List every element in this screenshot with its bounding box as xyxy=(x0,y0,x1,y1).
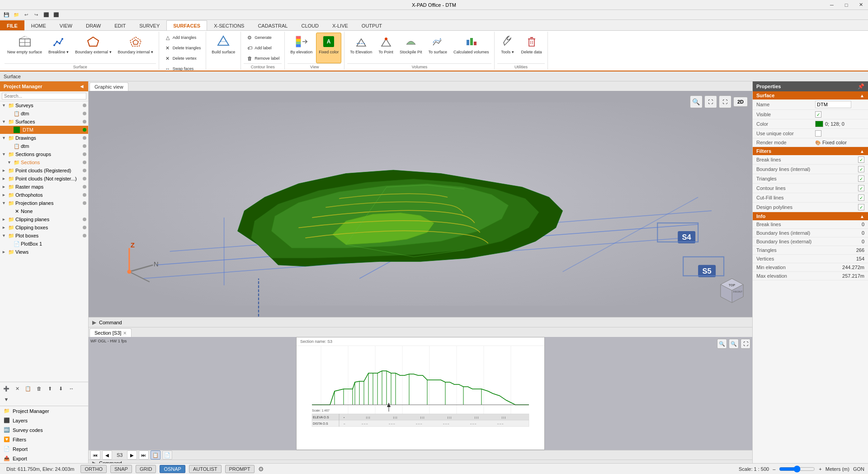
info-section-header[interactable]: Info ▲ xyxy=(753,212,868,220)
tab-draw[interactable]: DRAW xyxy=(79,20,108,30)
pm-copy-btn[interactable]: 📋 xyxy=(24,384,33,393)
pm-extra-project-manager[interactable]: 📁 Project Manager xyxy=(0,406,88,416)
sidebar-item-point-clouds-noreg[interactable]: ► 📁 Point clouds (Not register...) xyxy=(0,175,88,183)
delete-vertex-button[interactable]: ✕ Delete vertex xyxy=(162,53,203,63)
pm-extra-export[interactable]: 📤 Export xyxy=(0,454,88,463)
pm-search-input[interactable] xyxy=(2,93,86,100)
section-zoom-in[interactable]: 🔍 xyxy=(717,339,727,349)
pm-down-btn[interactable]: ⬇ xyxy=(56,384,65,393)
qa-undo[interactable]: ↩ xyxy=(22,11,31,19)
sidebar-item-plotbox1[interactable]: 📄 PlotBox 1 xyxy=(0,240,88,248)
sidebar-item-views[interactable]: ► 📁 Views xyxy=(0,248,88,256)
delete-data-button[interactable]: Delete data xyxy=(518,33,544,63)
filter-design-polylines-check[interactable]: ✓ xyxy=(858,204,864,210)
pm-extra-layers[interactable]: ⬛ Layers xyxy=(0,416,88,425)
add-triangles-button[interactable]: △ Add triangles xyxy=(162,33,203,43)
sidebar-item-surfaces[interactable]: ▼ 📁 Surfaces xyxy=(0,118,88,126)
prop-color-swatch[interactable] xyxy=(815,121,823,127)
nav-first-button[interactable]: ⏮ xyxy=(90,450,100,460)
section-close-button[interactable]: ✕ xyxy=(123,331,127,336)
qa-btn2[interactable]: ⬛ xyxy=(52,11,61,19)
to-elevation-button[interactable]: To Elevation xyxy=(347,33,375,63)
status-osnap-button[interactable]: OSNAP xyxy=(160,465,185,473)
sidebar-item-surveys[interactable]: ▼ 📁 Surveys xyxy=(0,101,88,109)
qa-open[interactable]: 📁 xyxy=(12,11,21,19)
tab-x-sections[interactable]: X-SECTIONS xyxy=(207,20,251,30)
new-empty-surface-button[interactable]: New empty surface xyxy=(5,33,45,63)
pm-extra-report[interactable]: 📄 Report xyxy=(0,444,88,454)
calculated-volumes-button[interactable]: Calculated volumes xyxy=(451,33,492,63)
pm-extra-filters[interactable]: 🔽 Filters xyxy=(0,435,88,444)
tab-graphic-view[interactable]: Graphic view xyxy=(90,82,128,91)
remove-label-button[interactable]: 🗑 Remove label xyxy=(244,53,282,63)
graphic-view-canvas[interactable]: S3 S4 S5 Z N xyxy=(89,91,752,317)
section-s3-tab[interactable]: Section [S3] ✕ xyxy=(90,328,132,337)
nav-prev-button[interactable]: ◀ xyxy=(102,450,112,460)
filter-contour-lines-check[interactable]: ✓ xyxy=(858,185,864,191)
sidebar-item-raster[interactable]: ► 📁 Raster maps xyxy=(0,183,88,191)
breakline-button[interactable]: Breakline ▾ xyxy=(46,33,71,63)
tools-button[interactable]: Tools ▾ xyxy=(497,33,517,63)
pm-delete-btn[interactable]: 🗑 xyxy=(34,384,43,393)
tab-survey[interactable]: SURVEY xyxy=(132,20,166,30)
section-fit[interactable]: ⛶ xyxy=(741,339,750,349)
sidebar-item-dtm-surface[interactable]: DTM xyxy=(0,126,88,134)
sidebar-item-orthophotos[interactable]: ► 📁 Orthophotos xyxy=(0,191,88,199)
fixed-color-button[interactable]: A Fixed color xyxy=(316,33,341,63)
pm-x-btn[interactable]: ✕ xyxy=(13,384,22,393)
swap-faces-button[interactable]: ↔ Swap faces xyxy=(162,64,203,71)
to-point-button[interactable]: To Point xyxy=(376,33,396,63)
tab-edit[interactable]: EDIT xyxy=(108,20,132,30)
sidebar-item-dtm-drawing[interactable]: 📋 dtm xyxy=(0,142,88,150)
pin-button[interactable]: 📌 xyxy=(858,83,864,90)
sidebar-item-projection-planes[interactable]: ▼ 📁 Projection planes xyxy=(0,199,88,207)
tab-cadastral[interactable]: CADASTRAL xyxy=(251,20,294,30)
status-scale-slider[interactable] xyxy=(779,465,815,473)
section-view-area[interactable]: WF OGL - HW 1 fps 🔍 🔍 ⛶ Section name: S3 xyxy=(89,337,752,450)
prop-name-input[interactable] xyxy=(815,101,851,108)
surface-section-header[interactable]: Surface ▲ xyxy=(753,91,868,100)
pm-more-btn[interactable]: ▼ xyxy=(2,395,11,404)
sidebar-item-plot-boxes[interactable]: ▼ 📁 Plot boxes xyxy=(0,232,88,240)
qa-btn1[interactable]: ⬛ xyxy=(42,11,51,19)
qa-redo[interactable]: ↪ xyxy=(32,11,41,19)
sidebar-item-clipping-planes[interactable]: ► 📁 Clipping planes xyxy=(0,215,88,223)
prop-visible-checkbox[interactable]: ✓ xyxy=(815,111,821,118)
sidebar-item-drawings[interactable]: ▼ 📁 Drawings xyxy=(0,134,88,142)
section-command-input[interactable] xyxy=(125,460,749,463)
maximize-button[interactable]: □ xyxy=(839,0,854,10)
sidebar-item-point-clouds-reg[interactable]: ► 📁 Point clouds (Registered) xyxy=(0,166,88,175)
status-prompt-button[interactable]: PROMPT xyxy=(225,465,255,473)
tab-file[interactable]: FILE xyxy=(0,20,24,30)
tab-output[interactable]: OUTPUT xyxy=(355,20,389,30)
status-snap-button[interactable]: SNAP xyxy=(110,465,132,473)
to-surface-button[interactable]: To surface xyxy=(425,33,450,63)
pm-add-btn[interactable]: ➕ xyxy=(2,384,11,393)
status-grid-button[interactable]: GRID xyxy=(136,465,156,473)
sidebar-item-sections[interactable]: ▼ 📁 Sections xyxy=(0,158,88,166)
status-zoom-minus[interactable]: – xyxy=(773,466,775,472)
generate-button[interactable]: ⚙ Generate xyxy=(244,33,282,43)
status-autolist-button[interactable]: AUTOLIST xyxy=(189,465,222,473)
tab-cloud[interactable]: CLOUD xyxy=(294,20,326,30)
filter-triangles-check[interactable]: ✓ xyxy=(858,175,864,182)
status-zoom-plus[interactable]: + xyxy=(819,466,821,472)
prop-unique-color-checkbox[interactable]: ✓ xyxy=(815,130,821,137)
zoom-extents-button[interactable]: ⛶ xyxy=(719,95,731,108)
tab-home[interactable]: HOME xyxy=(24,20,53,30)
sidebar-item-clipping-boxes[interactable]: ► 📁 Clipping boxes xyxy=(0,223,88,232)
boundary-external-button[interactable]: Boundary external ▾ xyxy=(72,33,114,63)
filter-cut-fill-lines-check[interactable]: ✓ xyxy=(858,194,864,201)
build-surface-button[interactable]: Build surface xyxy=(209,33,238,63)
pm-up-btn[interactable]: ⬆ xyxy=(45,384,54,393)
boundary-internal-button[interactable]: Boundary internal ▾ xyxy=(115,33,156,63)
add-label-button[interactable]: 🏷 Add label xyxy=(244,43,282,53)
sidebar-item-none[interactable]: ✕ None xyxy=(0,207,88,215)
filter-break-lines-check[interactable]: ✓ xyxy=(858,156,864,163)
command-input[interactable] xyxy=(125,320,749,325)
nav-last-button[interactable]: ⏭ xyxy=(139,450,149,460)
nav-cube[interactable]: TOP FRONT xyxy=(716,276,748,308)
zoom-fit-button[interactable]: ⛶ xyxy=(704,95,717,108)
nav-icon-btn1[interactable]: 📋 xyxy=(151,450,160,460)
tab-x-live[interactable]: X-LIVE xyxy=(326,20,355,30)
